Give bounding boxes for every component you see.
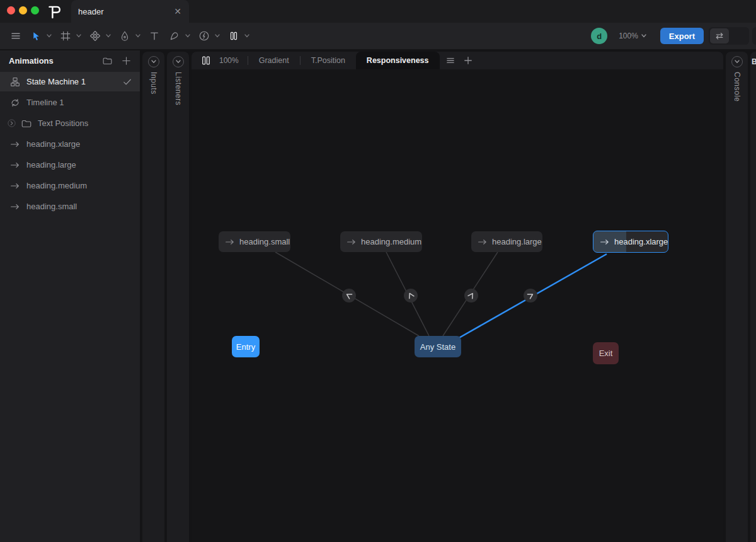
- zoom-level-label: 100%: [619, 32, 638, 40]
- chevron-down-icon[interactable]: [45, 32, 54, 40]
- canvas-tabs: GradientT.PositionResponsiveness: [248, 52, 440, 69]
- shapes-icon: [87, 28, 103, 44]
- state-node-label: Any State: [420, 342, 455, 352]
- inputs-panel-label: Inputs: [149, 72, 158, 95]
- tool-group: [0, 23, 255, 49]
- state-node-heading-medium[interactable]: heading.medium: [340, 231, 422, 252]
- chevron-down-icon[interactable]: [731, 56, 743, 67]
- select-icon: [28, 28, 44, 44]
- state-node-heading-large[interactable]: heading.large: [471, 231, 542, 252]
- canvas-tab-responsiveness[interactable]: Responsiveness: [356, 52, 440, 69]
- canvas-zoom-label[interactable]: 100%: [219, 56, 239, 65]
- select-tool[interactable]: [28, 28, 54, 44]
- transition-direction-marker[interactable]: [342, 289, 356, 303]
- shapes-tool[interactable]: [87, 28, 113, 44]
- state-machine-graph[interactable]: heading.smallheading.mediumheading.large…: [192, 69, 723, 542]
- listeners-panel-collapsed[interactable]: Listeners: [167, 52, 189, 542]
- animation-item-heading-medium[interactable]: heading.medium: [0, 176, 140, 195]
- rive-editor-window: header ✕ d 100% Export: [0, 0, 756, 542]
- animation-item-state-machine-1[interactable]: State Machine 1: [0, 72, 140, 91]
- knife-icon: [166, 28, 183, 44]
- chevron-down-icon[interactable]: [104, 32, 113, 40]
- canvas-tab-t-position[interactable]: T.Position: [301, 52, 356, 69]
- zoom-dropdown[interactable]: 100%: [619, 32, 646, 40]
- pen-tool[interactable]: [117, 28, 142, 44]
- chevron-down-icon[interactable]: [213, 32, 222, 40]
- file-tab[interactable]: header ✕: [71, 0, 189, 23]
- console-panel-collapsed[interactable]: Console: [726, 52, 748, 542]
- knife-tool[interactable]: [166, 28, 192, 44]
- add-animation-icon[interactable]: [118, 53, 134, 68]
- frame-icon: [57, 28, 74, 44]
- animation-item-label: heading.medium: [26, 181, 140, 190]
- arrow-right-icon: [600, 238, 610, 246]
- check-icon: [121, 76, 134, 88]
- swap-arrows-icon[interactable]: [710, 28, 729, 43]
- arrow-right-icon: [225, 238, 235, 246]
- rive-logo-icon[interactable]: [43, 1, 64, 23]
- state-node-entry[interactable]: Entry: [232, 336, 260, 357]
- state-node-label: Entry: [236, 342, 255, 352]
- animations-title: Animations: [9, 56, 96, 66]
- animation-item-label: State Machine 1: [26, 77, 121, 86]
- listeners-panel-label: Listeners: [174, 72, 183, 105]
- mode-segmented-control: [709, 27, 749, 45]
- minimize-window-button[interactable]: [19, 6, 27, 14]
- export-button[interactable]: Export: [660, 28, 704, 44]
- transition-direction-marker[interactable]: [464, 289, 478, 303]
- arrow-right-icon: [9, 138, 21, 151]
- animations-panel: Animations State Machine 1Timeline 1Text…: [0, 50, 140, 542]
- animation-item-label: heading.small: [26, 202, 140, 211]
- arrow-right-icon: [9, 159, 21, 171]
- avatar[interactable]: d: [591, 28, 607, 44]
- chevron-down-icon[interactable]: [134, 32, 142, 40]
- clipped-control: [752, 27, 756, 45]
- arrow-right-icon: [346, 238, 357, 246]
- animation-item-heading-large[interactable]: heading.large: [0, 155, 140, 175]
- animation-item-heading-small[interactable]: heading.small: [0, 197, 140, 216]
- arrow-right-icon: [9, 200, 21, 213]
- layout-columns-icon[interactable]: [197, 55, 215, 66]
- state-node-heading-xlarge[interactable]: heading.xlarge: [593, 231, 668, 253]
- toolbar: d 100% Export: [0, 23, 756, 49]
- new-folder-icon[interactable]: [100, 53, 115, 68]
- canvas-tab-gradient[interactable]: Gradient: [248, 52, 300, 69]
- layout-tool[interactable]: [226, 28, 251, 44]
- clipped-panel-label: B: [752, 57, 756, 66]
- bolt-tool[interactable]: [196, 28, 222, 44]
- close-tab-icon[interactable]: ✕: [174, 6, 189, 16]
- animation-item-timeline-1[interactable]: Timeline 1: [0, 93, 140, 112]
- chevron-down-icon[interactable]: [243, 32, 251, 40]
- chevron-down-icon[interactable]: [173, 56, 184, 67]
- animations-list: State Machine 1Timeline 1Text Positionsh…: [0, 72, 140, 216]
- state-node-label: heading.xlarge: [614, 237, 668, 246]
- state-machine-canvas-column: 100% GradientT.PositionResponsiveness he…: [192, 52, 723, 542]
- chevron-down-icon[interactable]: [183, 32, 192, 40]
- animation-item-text-positions[interactable]: Text Positions: [0, 113, 140, 133]
- bolt-icon: [196, 28, 212, 44]
- title-bar: header ✕: [0, 0, 756, 23]
- menu-tool[interactable]: [8, 28, 24, 44]
- close-window-button[interactable]: [7, 6, 15, 14]
- expand-chevron-icon[interactable]: [6, 118, 16, 129]
- inputs-panel-collapsed[interactable]: Inputs: [142, 52, 164, 542]
- animation-item-label: heading.large: [26, 160, 140, 170]
- clipped-right-panel: B: [750, 52, 756, 542]
- animation-item-heading-xlarge[interactable]: heading.xlarge: [0, 134, 140, 154]
- state-node-heading-small[interactable]: heading.small: [219, 231, 290, 252]
- transition-direction-marker[interactable]: [524, 289, 537, 303]
- transition-direction-marker[interactable]: [404, 289, 418, 303]
- zoom-window-button[interactable]: [31, 6, 39, 14]
- frame-tool[interactable]: [57, 28, 83, 44]
- text-tool[interactable]: [146, 28, 163, 44]
- chevron-down-icon[interactable]: [74, 32, 83, 40]
- file-tab-title: header: [71, 7, 174, 16]
- chevron-down-icon[interactable]: [148, 56, 159, 67]
- state-node-any-state[interactable]: Any State: [415, 336, 461, 357]
- toolbar-right-group: d 100% Export: [591, 23, 756, 49]
- tab-menu-icon[interactable]: [444, 54, 457, 67]
- mode-segment-empty[interactable]: [729, 28, 748, 43]
- pen-icon: [117, 28, 133, 44]
- add-tab-icon[interactable]: [461, 54, 475, 67]
- state-node-exit[interactable]: Exit: [593, 342, 619, 364]
